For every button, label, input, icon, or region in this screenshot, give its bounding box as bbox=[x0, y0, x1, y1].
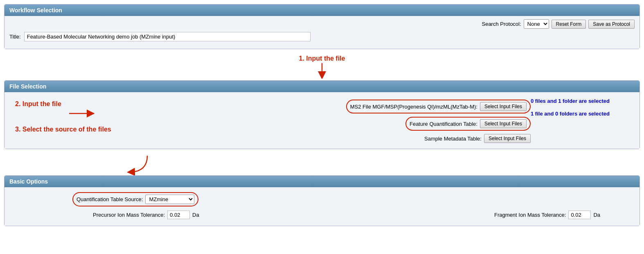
ms2-select-button[interactable]: Select Input Files bbox=[480, 102, 527, 111]
annotation3-arrow bbox=[127, 155, 151, 175]
title-label: Title: bbox=[9, 34, 21, 40]
status-col: 0 files and 1 folder are selected 1 file… bbox=[531, 97, 633, 117]
file-section-header: File Selection bbox=[5, 81, 639, 92]
meta-label: Sample Metadata Table: bbox=[424, 136, 482, 142]
fragment-unit: Da bbox=[593, 212, 600, 218]
annotation3-text: 3. Select the source of the files bbox=[15, 126, 111, 133]
file-fields-col: MS2 File MGF/MSP(Progenesis QI)/mzML(MzT… bbox=[117, 97, 531, 143]
page-wrapper: Workflow Selection Search Protocol: None… bbox=[0, 0, 644, 254]
quant-oval: Quantification Table Source: MZmine XCMS… bbox=[72, 192, 198, 206]
file-section: File Selection 2. Input the file bbox=[4, 80, 640, 149]
meta-row: Sample Metadata Table: Select Input File… bbox=[117, 134, 531, 143]
quant-row: Quantification Table Source: MZmine XCMS… bbox=[72, 192, 633, 206]
fragment-input[interactable] bbox=[568, 211, 591, 219]
file-body: 2. Input the file bbox=[5, 92, 639, 149]
save-protocol-button[interactable]: Save as Protocol bbox=[588, 20, 635, 29]
precursor-unit: Da bbox=[192, 212, 199, 218]
title-row: Title: bbox=[9, 32, 635, 41]
annotation1-text: 1. Input the file bbox=[299, 55, 345, 62]
fragment-group: Fragment Ion Mass Tolerance: Da bbox=[494, 211, 600, 219]
workflow-section: Workflow Selection Search Protocol: None… bbox=[4, 4, 640, 49]
quant-label: Quantification Table Source: bbox=[77, 196, 143, 202]
quant-select[interactable]: MZmine XCMS OpenMS Progenesis QI bbox=[145, 195, 194, 204]
title-input[interactable] bbox=[24, 32, 311, 41]
precursor-label: Precursor Ion Mass Tolerance: bbox=[93, 212, 165, 218]
precursor-group: Precursor Ion Mass Tolerance: Da bbox=[93, 211, 199, 219]
file-content-row: 2. Input the file bbox=[11, 97, 633, 143]
ms2-oval: MS2 File MGF/MSP(Progenesis QI)/mzML(MzT… bbox=[346, 100, 531, 113]
annotation2-arrow-wrapper bbox=[68, 109, 97, 118]
workflow-section-header: Workflow Selection bbox=[5, 5, 639, 16]
feat-status: 1 file and 0 folders are selected bbox=[531, 111, 633, 117]
feat-label: Feature Quantification Table: bbox=[410, 121, 477, 127]
ms2-row: MS2 File MGF/MSP(Progenesis QI)/mzML(MzT… bbox=[117, 100, 531, 113]
protocol-row: Search Protocol: None Reset Form Save as… bbox=[9, 19, 635, 29]
workflow-body: Search Protocol: None Reset Form Save as… bbox=[5, 16, 639, 49]
annotation3-col: 3. Select the source of the files bbox=[11, 126, 111, 133]
annotation2-col: 2. Input the file bbox=[11, 97, 117, 133]
basic-body: Quantification Table Source: MZmine XCMS… bbox=[5, 187, 639, 226]
basic-section-title: Basic Options bbox=[9, 178, 48, 185]
annotation1-arrow bbox=[314, 62, 330, 79]
workflow-title: Workflow Selection bbox=[9, 7, 62, 14]
feat-oval: Feature Quantification Table: Select Inp… bbox=[405, 117, 531, 131]
reset-form-button[interactable]: Reset Form bbox=[552, 20, 586, 29]
annotation3-arrow-wrapper bbox=[127, 155, 640, 175]
annotation2-arrow bbox=[68, 109, 97, 118]
annotation1-wrapper: 1. Input the file bbox=[4, 55, 640, 79]
basic-section: Basic Options Quantification Table Sourc… bbox=[4, 175, 640, 226]
tolerance-row: Precursor Ion Mass Tolerance: Da Fragmen… bbox=[11, 211, 633, 219]
fragment-label: Fragment Ion Mass Tolerance: bbox=[494, 212, 566, 218]
file-section-title: File Selection bbox=[9, 83, 46, 90]
precursor-input[interactable] bbox=[167, 211, 190, 219]
protocol-label: Search Protocol: bbox=[482, 21, 521, 27]
basic-section-header: Basic Options bbox=[5, 176, 639, 187]
feat-row: Feature Quantification Table: Select Inp… bbox=[117, 117, 531, 131]
meta-select-button[interactable]: Select Input Files bbox=[484, 134, 531, 143]
feat-select-button[interactable]: Select Input Files bbox=[480, 119, 527, 128]
ms2-status: 0 files and 1 folder are selected bbox=[531, 98, 633, 104]
protocol-select[interactable]: None bbox=[524, 19, 549, 29]
ms2-label: MS2 File MGF/MSP(Progenesis QI)/mzML(MzT… bbox=[350, 104, 477, 110]
annotation2-text: 2. Input the file bbox=[15, 100, 61, 108]
